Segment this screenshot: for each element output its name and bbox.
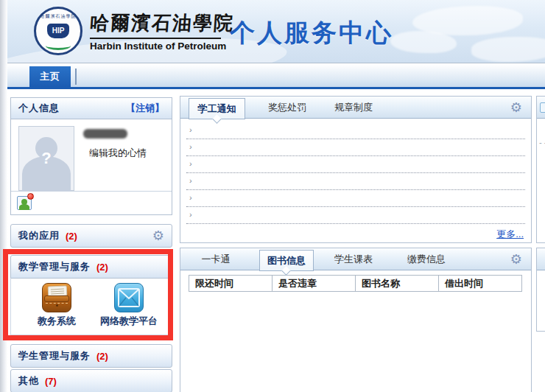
site-header: 哈爾濱石油學院 HIP 哈爾濱石油學院 Harbin Institute of … bbox=[7, 0, 545, 63]
briefcase-button bbox=[56, 304, 58, 307]
top-navbar: 主页 bbox=[7, 64, 545, 89]
university-name-cn: 哈爾濱石油學院 bbox=[89, 10, 223, 36]
app-label: 网络教学平台 bbox=[94, 315, 164, 328]
col-violation: 是否违章 bbox=[272, 276, 356, 292]
section-label: 我的应用 bbox=[18, 229, 60, 242]
page-edge bbox=[0, 0, 7, 392]
contact-icon-body bbox=[19, 204, 29, 210]
more-link[interactable]: 更多... bbox=[496, 228, 524, 241]
bullet-icon: › bbox=[186, 210, 192, 219]
page: 哈爾濱石油學院 HIP 哈爾濱石油學院 Harbin Institute of … bbox=[0, 0, 545, 392]
contact-card-icon[interactable] bbox=[17, 196, 32, 210]
tab-onecard[interactable]: 一卡通 bbox=[180, 248, 251, 270]
app-online-teaching[interactable]: 网络教学平台 bbox=[94, 283, 164, 328]
section-label: 学生管理与服务 bbox=[18, 349, 91, 363]
cutoff-icon bbox=[540, 102, 545, 113]
section-other[interactable]: 其他 (7) bbox=[10, 369, 172, 392]
bullet-icon: › bbox=[186, 125, 192, 134]
tab-rewards-punishments[interactable]: 奖惩处罚 bbox=[254, 97, 320, 119]
teaching-apps-body: 教务系统 网络教学平台 bbox=[10, 279, 172, 335]
app-label: 教务系统 bbox=[21, 315, 92, 328]
section-label: 教学管理与服务 bbox=[18, 260, 91, 273]
section-count: (7) bbox=[45, 376, 57, 387]
notification-dot bbox=[27, 193, 34, 200]
logo-abbr: HIP bbox=[47, 24, 69, 38]
personal-info-panel: 个人信息 【注销】 ? 编辑我的心情 bbox=[10, 97, 172, 215]
briefcase-icon bbox=[42, 283, 71, 312]
gear-icon[interactable]: ⚙ bbox=[152, 229, 164, 242]
section-student[interactable]: 学生管理与服务 (2) bbox=[10, 344, 172, 368]
section-teaching[interactable]: 教学管理与服务 (2) bbox=[10, 255, 172, 279]
section-count: (2) bbox=[96, 262, 108, 273]
info-panel: 一卡通 图书信息 学生课表 缴费信息 ⚙ 限还时间 是否违章 图书名称 借出时间 bbox=[180, 248, 532, 392]
notice-item[interactable]: › bbox=[186, 156, 525, 173]
tab-payment-info[interactable]: 缴费信息 bbox=[393, 248, 460, 270]
avatar-question-mark: ? bbox=[19, 149, 74, 168]
section-label: 其他 bbox=[18, 374, 39, 388]
section-count: (2) bbox=[96, 351, 108, 362]
logo-leaf-arc bbox=[46, 41, 71, 50]
university-logo: 哈爾濱石油學院 HIP bbox=[34, 7, 82, 55]
cutoff-dashes: - - bbox=[539, 138, 545, 147]
university-name-en: Harbin Institute of Petroleum bbox=[90, 41, 222, 52]
bullet-icon: › bbox=[186, 159, 192, 168]
library-table: 限还时间 是否违章 图书名称 借出时间 bbox=[189, 275, 522, 292]
gear-icon[interactable]: ⚙ bbox=[510, 101, 522, 114]
notice-item[interactable]: › bbox=[186, 122, 525, 139]
notice-tabstrip: 学工通知 奖惩处罚 规章制度 ⚙ bbox=[180, 97, 531, 119]
personal-info-header: 个人信息 【注销】 bbox=[11, 98, 172, 119]
logo-ring-text: 哈爾濱石油學院 bbox=[36, 13, 80, 20]
personal-info-title: 个人信息 bbox=[18, 102, 60, 115]
worldmap-decoration bbox=[471, 37, 545, 62]
notice-item[interactable]: › bbox=[186, 190, 525, 207]
bullet-icon: › bbox=[186, 142, 192, 151]
section-my-apps[interactable]: 我的应用 (2) ⚙ bbox=[10, 224, 172, 248]
info-tabstrip: 一卡通 图书信息 学生课表 缴费信息 ⚙ bbox=[180, 248, 531, 270]
divider bbox=[11, 191, 172, 192]
col-borrow-time: 借出时间 bbox=[439, 276, 522, 292]
nav-separator bbox=[75, 69, 77, 85]
avatar[interactable]: ? bbox=[18, 126, 74, 191]
cutoff-tabstrip bbox=[537, 248, 545, 270]
tab-rules[interactable]: 规章制度 bbox=[320, 97, 387, 119]
logout-link[interactable]: 【注销】 bbox=[126, 102, 164, 115]
col-due-time: 限还时间 bbox=[189, 276, 272, 292]
cutoff-panel-top: - - bbox=[536, 96, 545, 243]
section-count: (2) bbox=[66, 231, 77, 242]
briefcase-flap bbox=[44, 295, 69, 302]
table-header-row: 限还时间 是否违章 图书名称 借出时间 bbox=[189, 276, 522, 292]
user-name-redacted bbox=[83, 129, 127, 139]
gear-icon[interactable]: ⚙ bbox=[510, 253, 522, 266]
cutoff-panel-bottom bbox=[536, 248, 545, 332]
bullet-icon: › bbox=[186, 193, 192, 202]
col-book-name: 图书名称 bbox=[356, 276, 439, 292]
envelope-icon bbox=[114, 283, 144, 312]
portal-title: 个人服务中心 bbox=[230, 16, 393, 50]
tab-class-schedule[interactable]: 学生课表 bbox=[314, 248, 393, 270]
notice-panel: 学工通知 奖惩处罚 规章制度 ⚙ › › › › › › 更多... bbox=[180, 96, 532, 243]
notice-item[interactable]: › bbox=[186, 173, 525, 190]
notice-item[interactable]: › bbox=[186, 139, 525, 156]
edit-mood-link[interactable]: 编辑我的心情 bbox=[89, 147, 147, 160]
bullet-icon: › bbox=[186, 176, 192, 185]
university-name-rule bbox=[90, 38, 221, 39]
notice-item[interactable]: › bbox=[186, 207, 525, 224]
university-name-block: 哈爾濱石油學院 Harbin Institute of Petroleum bbox=[90, 10, 222, 52]
tab-home[interactable]: 主页 bbox=[29, 66, 71, 87]
app-jiaowu-system[interactable]: 教务系统 bbox=[21, 283, 92, 328]
